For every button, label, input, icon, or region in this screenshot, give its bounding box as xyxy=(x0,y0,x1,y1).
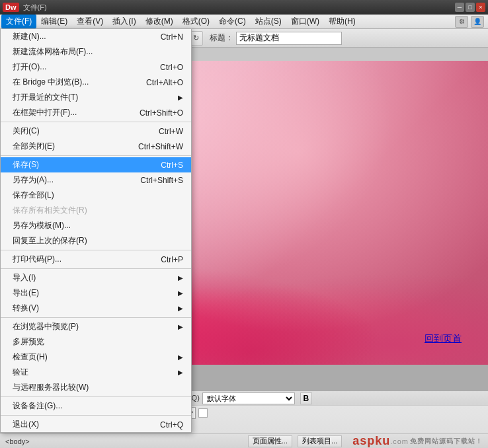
menu-item-recent[interactable]: 打开最近的文件(T) ▶ xyxy=(1,90,191,105)
minimize-button[interactable]: ─ xyxy=(455,3,464,12)
menu-sep-1 xyxy=(1,122,191,122)
menu-item-device-notes[interactable]: 设备备注(G)... xyxy=(1,398,191,414)
menu-site[interactable]: 站点(S) xyxy=(251,15,286,28)
close-button[interactable]: × xyxy=(476,3,485,12)
title-label: 标题： xyxy=(210,32,233,44)
list-items-button[interactable]: 列表项目... xyxy=(298,435,342,447)
status-bar: <body> 页面属性... 列表项目... aspku.com 免费网站源码下… xyxy=(0,433,488,448)
menu-item-open-frame[interactable]: 在框架中打开(F)... Ctrl+Shift+O xyxy=(1,105,191,120)
menu-item-bridge[interactable]: 在 Bridge 中浏览(B)... Ctrl+Alt+O xyxy=(1,75,191,90)
menu-item-new[interactable]: 新建(N)... Ctrl+N xyxy=(1,29,191,44)
menu-item-save[interactable]: 保存(S) Ctrl+S xyxy=(1,157,191,172)
menu-item-save-template[interactable]: 另存为模板(M)... xyxy=(1,218,191,233)
font-section: 字体(Q) 默认字体 xyxy=(175,392,295,404)
status-body-tag: <body> xyxy=(5,437,30,445)
menu-item-save-related: 保存所有相关文件(R) xyxy=(1,203,191,218)
menu-item-compare[interactable]: 与远程服务器比较(W) xyxy=(1,380,191,395)
menu-bar: 文件(F) 编辑(E) 查看(V) 插入(I) 修改(M) 格式(O) 命令(C… xyxy=(0,15,488,29)
file-menu-dropdown: 新建(N)... Ctrl+N 新建流体网格布局(F)... 打开(O)... … xyxy=(0,28,192,433)
title-input[interactable] xyxy=(236,32,342,45)
menu-item-close[interactable]: 关闭(C) Ctrl+W xyxy=(1,124,191,139)
menu-modify[interactable]: 修改(M) xyxy=(141,15,178,28)
menu-file[interactable]: 文件(F) xyxy=(1,15,36,28)
menu-item-new-fluid[interactable]: 新建流体网格布局(F)... xyxy=(1,44,191,59)
menu-right-icons: ⚙ 👤 xyxy=(455,16,487,28)
menu-view[interactable]: 查看(V) xyxy=(72,15,108,28)
menu-sep-5 xyxy=(1,317,191,318)
menu-window[interactable]: 窗口(W) xyxy=(286,15,324,28)
menu-item-close-all[interactable]: 全部关闭(E) Ctrl+Shift+W xyxy=(1,139,191,154)
menu-command[interactable]: 命令(C) xyxy=(214,15,251,28)
menu-insert[interactable]: 插入(I) xyxy=(108,15,140,28)
menu-item-exit[interactable]: 退出(X) Ctrl+Q xyxy=(1,417,191,432)
menu-edit[interactable]: 编辑(E) xyxy=(36,15,72,28)
title-bar: Dw 文件(F) ─ □ × xyxy=(0,0,488,15)
back-to-top-link[interactable]: 回到页首 xyxy=(425,333,462,345)
menu-item-save-as[interactable]: 另存为(A)... Ctrl+Shift+S xyxy=(1,172,191,188)
menu-item-validate[interactable]: 验证 ▶ xyxy=(1,365,191,380)
menu-sep-6 xyxy=(1,396,191,397)
size-checkbox[interactable] xyxy=(198,408,208,418)
app-logo: Dw xyxy=(3,3,19,12)
menu-item-preview[interactable]: 在浏览器中预览(P) ▶ xyxy=(1,319,191,334)
menu-item-save-all[interactable]: 保存全部(L) xyxy=(1,188,191,203)
user-icon-btn[interactable]: 👤 xyxy=(471,16,484,28)
menu-format[interactable]: 格式(O) xyxy=(178,15,214,28)
bold-section: B xyxy=(300,392,312,404)
bold-button[interactable]: B xyxy=(300,392,312,404)
maximize-button[interactable]: □ xyxy=(466,3,475,12)
menu-item-revert[interactable]: 回复至上次的保存(R) xyxy=(1,233,191,248)
menu-item-export[interactable]: 导出(E) ▶ xyxy=(1,285,191,301)
menu-item-check-page[interactable]: 检查页(H) ▶ xyxy=(1,350,191,365)
aspku-tagline: 免费网站源码下载站！ xyxy=(410,437,483,446)
menu-item-print[interactable]: 打印代码(P)... Ctrl+P xyxy=(1,252,191,267)
aspku-logo: aspku.com 免费网站源码下载站！ xyxy=(352,434,483,448)
font-select[interactable]: 默认字体 xyxy=(202,392,295,404)
menu-item-multiscreen[interactable]: 多屏预览 xyxy=(1,334,191,350)
menu-sep-2 xyxy=(1,155,191,156)
menu-item-import[interactable]: 导入(I) ▶ xyxy=(1,270,191,285)
search-icon-btn[interactable]: ⚙ xyxy=(455,16,468,28)
window-controls: ─ □ × xyxy=(455,3,485,12)
menu-item-open[interactable]: 打开(O)... Ctrl+O xyxy=(1,59,191,75)
menu-sep-7 xyxy=(1,415,191,416)
menu-item-convert[interactable]: 转换(V) ▶ xyxy=(1,301,191,316)
title-bar-text: 文件(F) xyxy=(23,3,47,13)
page-props-button[interactable]: 页面属性... xyxy=(248,435,292,447)
title-section: 标题： xyxy=(210,32,342,45)
menu-help[interactable]: 帮助(H) xyxy=(324,15,360,28)
menu-sep-4 xyxy=(1,268,191,269)
aspku-suffix: .com xyxy=(390,437,409,445)
menu-sep-3 xyxy=(1,250,191,250)
